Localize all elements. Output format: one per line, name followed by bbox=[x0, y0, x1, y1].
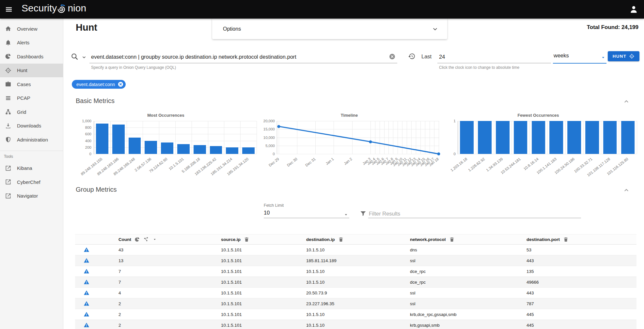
table-row[interactable]: 210.1.5.10110.1.5.10krb,gssapi,smb445 bbox=[75, 320, 636, 329]
bar-185-191-34-120[interactable] bbox=[242, 147, 255, 154]
column-header-destination-port[interactable]: destination.port bbox=[526, 237, 636, 242]
bar-1-203-16-18[interactable] bbox=[460, 121, 474, 154]
sidebar-tool-cyberchef[interactable]: CyberChef bbox=[0, 175, 63, 189]
trash-icon[interactable] bbox=[244, 237, 249, 242]
bar-10-1-5-101[interactable] bbox=[177, 144, 190, 154]
bar-100-24-50-186[interactable] bbox=[567, 121, 581, 154]
warning-triangle-icon[interactable] bbox=[84, 247, 89, 253]
hunt-button[interactable]: HUNT bbox=[608, 51, 639, 61]
units-select[interactable]: weeks bbox=[554, 52, 606, 62]
table-row[interactable]: 210.1.5.10123.227.196.35ssl787 bbox=[75, 298, 636, 309]
gridline bbox=[175, 121, 176, 154]
security-onion-app: Security nion Overview Alerts Dashboards… bbox=[0, 0, 644, 329]
filter-results-input[interactable] bbox=[369, 209, 578, 218]
remove-filter-icon[interactable] bbox=[118, 81, 124, 87]
column-header-label: network.protocol bbox=[410, 237, 446, 242]
filter-chip-label: event.dataset:conn bbox=[76, 82, 115, 87]
bar-100-33-32-71[interactable] bbox=[585, 121, 599, 154]
sidebar-item-administration[interactable]: Administration bbox=[0, 133, 63, 147]
fetch-limit-select[interactable]: 10 bbox=[264, 210, 349, 218]
column-header-source-ip[interactable]: source.ip bbox=[221, 237, 306, 242]
filter-chip[interactable]: event.dataset:conn bbox=[72, 80, 126, 89]
sidebar-item-overview[interactable]: Overview bbox=[0, 22, 63, 36]
user-menu-button[interactable] bbox=[629, 5, 638, 14]
sidebar-item-alerts[interactable]: Alerts bbox=[0, 36, 63, 50]
cell-count: 2 bbox=[118, 323, 221, 328]
y-axis-tick: 15,000 bbox=[263, 127, 275, 131]
page-title: Hunt bbox=[76, 22, 97, 33]
timeline-series bbox=[277, 121, 439, 154]
warning-triangle-icon[interactable] bbox=[84, 279, 89, 285]
sidebar-tool-kibana[interactable]: Kibana bbox=[0, 161, 63, 175]
table-row[interactable]: 4310.1.5.10110.1.5.10dns53 bbox=[75, 245, 636, 255]
graph-icon[interactable] bbox=[143, 237, 149, 242]
clear-query-button[interactable] bbox=[389, 53, 396, 60]
table-row[interactable]: 710.1.5.10110.1.5.10dce_rpc135 bbox=[75, 266, 636, 277]
bar-10-8-16-14[interactable] bbox=[532, 121, 545, 154]
bar-89-248-165-248[interactable] bbox=[129, 138, 141, 154]
warning-triangle-icon[interactable] bbox=[84, 301, 89, 307]
bar-10-53-244-181[interactable] bbox=[514, 121, 527, 154]
bar-89-248-163-155[interactable] bbox=[96, 124, 108, 154]
bar-101-116-125-80[interactable] bbox=[621, 121, 635, 154]
sidebar-tool-navigator[interactable]: Navigator bbox=[0, 189, 63, 203]
gridline bbox=[565, 121, 566, 154]
bar-5-188-206-18[interactable] bbox=[194, 145, 206, 154]
bar-1-34-93-139[interactable] bbox=[496, 121, 510, 154]
bar-2-56-57-136[interactable] bbox=[145, 141, 157, 154]
sidebar-item-grid[interactable]: Grid bbox=[0, 105, 63, 119]
sidebar-item-hunt[interactable]: Hunt bbox=[0, 64, 63, 78]
clock-history-button[interactable] bbox=[408, 52, 416, 60]
menu-toggle-button[interactable] bbox=[5, 6, 13, 13]
column-header-count[interactable]: Count bbox=[118, 237, 221, 242]
trash-icon[interactable] bbox=[449, 237, 455, 242]
data-point-jan-3[interactable] bbox=[369, 140, 372, 143]
warning-triangle-icon[interactable] bbox=[84, 258, 89, 263]
bar-185-191-34-214[interactable] bbox=[226, 147, 238, 154]
collapse-group-metrics-button[interactable] bbox=[623, 187, 630, 194]
collapse-basic-metrics-button[interactable] bbox=[623, 98, 630, 105]
table-row[interactable]: 710.1.5.10110.1.5.10dce_rpc49666 bbox=[75, 277, 636, 288]
sidebar-item-downloads[interactable]: Downloads bbox=[0, 119, 63, 133]
x-axis: 1.203.16.181.226.62.921.34.93.13910.53.2… bbox=[458, 156, 636, 187]
cell-destination-ip: 10.1.5.10 bbox=[306, 312, 410, 317]
sidebar-item-cases[interactable]: Cases bbox=[0, 77, 63, 91]
warning-triangle-icon[interactable] bbox=[84, 311, 89, 317]
bar-101-108-117-128[interactable] bbox=[603, 121, 617, 154]
filter-underline bbox=[368, 218, 581, 218]
table-row[interactable]: 1310.1.5.101185.81.114.189ssl443 bbox=[75, 255, 636, 266]
column-header-network-protocol[interactable]: network.protocol bbox=[410, 237, 526, 242]
pie-chart-icon[interactable] bbox=[134, 237, 140, 242]
sidebar-item-dashboards[interactable]: Dashboards bbox=[0, 50, 63, 64]
trash-icon[interactable] bbox=[563, 237, 569, 242]
gridline bbox=[601, 121, 601, 154]
cell-count: 7 bbox=[118, 269, 221, 274]
bar-100-1-141-163[interactable] bbox=[550, 121, 563, 154]
cell-count: 43 bbox=[118, 247, 221, 252]
table-row[interactable]: 210.1.5.10110.1.5.10krb,dce_rpc,gssapi,s… bbox=[75, 309, 636, 320]
warning-triangle-icon[interactable] bbox=[84, 290, 89, 296]
sidebar-item-pcap[interactable]: PCAP bbox=[0, 91, 63, 105]
caret-down-icon[interactable] bbox=[152, 237, 157, 242]
warning-triangle-icon[interactable] bbox=[84, 268, 89, 274]
table-row[interactable]: 410.1.5.10120.50.73.9ssl443 bbox=[75, 288, 636, 298]
bar-183-136-225-42[interactable] bbox=[210, 146, 222, 154]
query-input[interactable] bbox=[91, 52, 388, 61]
column-header-destination-ip[interactable]: destination.ip bbox=[306, 237, 410, 242]
query-history-caret[interactable] bbox=[81, 54, 87, 60]
bar-89-248-163-166[interactable] bbox=[112, 125, 125, 154]
briefcase-icon bbox=[5, 81, 11, 87]
cell-count: 2 bbox=[118, 312, 221, 317]
y-axis-tick: 0 bbox=[273, 152, 275, 156]
trash-icon[interactable] bbox=[338, 237, 344, 242]
x-axis-label: 10.8.16.14 bbox=[523, 157, 539, 171]
column-header-label: Count bbox=[118, 237, 131, 242]
y-axis: 20,00015,00010,0005,0000 bbox=[258, 121, 275, 154]
bar-79-124-62-90[interactable] bbox=[161, 142, 173, 154]
bar-1-226-62-92[interactable] bbox=[478, 121, 492, 154]
options-panel[interactable]: Options bbox=[212, 19, 447, 39]
warning-triangle-icon[interactable] bbox=[84, 322, 89, 328]
cell-destination-ip: 10.1.5.10 bbox=[306, 247, 410, 252]
duration-input[interactable] bbox=[439, 52, 548, 61]
data-point-dec-29[interactable] bbox=[277, 125, 280, 128]
